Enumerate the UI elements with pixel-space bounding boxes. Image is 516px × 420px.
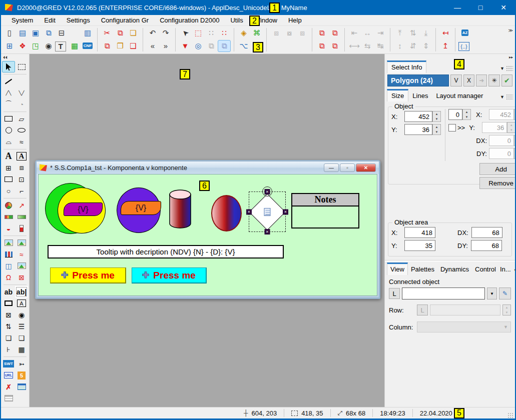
add-button[interactable]: Add [479, 163, 516, 175]
polyline-tool[interactable]: ╱╲ [2, 87, 15, 98]
wave-tool[interactable]: ≈ [15, 136, 28, 148]
picture-restore-button[interactable]: ▫ [340, 164, 355, 172]
next-button[interactable]: » [159, 40, 172, 52]
v-spacing-button[interactable]: ⇵ [406, 40, 419, 52]
resize-handle-left[interactable]: ✕ [246, 209, 252, 214]
url-tool[interactable]: URL [2, 370, 15, 381]
apply-arrow-button[interactable]: ➜ [476, 74, 487, 86]
picture-minimize-button[interactable]: — [324, 164, 339, 172]
vertex-button[interactable]: V [450, 74, 461, 86]
bar-chart-tool[interactable] [2, 248, 15, 260]
line-tool[interactable] [2, 76, 15, 87]
bring-front-button[interactable]: ⧉ [315, 27, 328, 39]
confirm-button[interactable]: ✔ [501, 74, 512, 86]
regroup-button[interactable]: ⧈ [296, 27, 309, 39]
tab-lines[interactable]: Lines [408, 90, 432, 102]
print-button[interactable]: ⊟ [55, 27, 68, 39]
resize-handle-right[interactable]: ✕ [283, 209, 288, 214]
text-tool[interactable]: A [2, 150, 15, 162]
blob-tool[interactable]: ⌓ [2, 136, 15, 148]
panel-skip-icon[interactable]: ▸▸ [509, 55, 513, 60]
cylinder-shape[interactable] [169, 188, 192, 230]
move-grid-button[interactable]: ⬚ [192, 27, 205, 39]
bring-forward-button[interactable]: ⧉ [315, 40, 328, 52]
step-spinner[interactable]: ▲▼ [462, 109, 471, 120]
menu-help[interactable]: Help [283, 16, 307, 25]
paste-special-button[interactable]: ❑ [127, 40, 140, 52]
chevron-down-icon[interactable]: ▼ [512, 268, 516, 275]
tab-control[interactable]: Control [472, 264, 499, 275]
picture-close-button[interactable]: ✕ [356, 164, 376, 172]
minimize-button[interactable]: — [446, 0, 469, 15]
grid-select-button[interactable]: ∷ [218, 27, 231, 39]
open-file-button[interactable]: ▤ [16, 27, 29, 39]
remove-button[interactable]: Remove [479, 177, 516, 189]
picture-tool[interactable] [15, 260, 28, 272]
xy-window-tool[interactable]: ❏ [15, 332, 28, 344]
list-control-tool[interactable]: ☰ [15, 320, 28, 332]
picture-window[interactable]: * S.S.Comp1a_tst - Komponenta v komponen… [35, 160, 380, 299]
layout-grid-button[interactable]: ◳ [29, 40, 42, 52]
tab-view[interactable]: View [387, 262, 408, 275]
color-palette-button[interactable]: ❖ [16, 40, 29, 52]
selected-object-marquee[interactable]: ✕ ✕ ✕ ✕ [249, 192, 286, 232]
text-button-tool[interactable]: A [15, 298, 28, 309]
entry-field-tool[interactable]: ab| [15, 286, 28, 298]
prev-button[interactable]: « [146, 40, 159, 52]
rotate-button[interactable]: ↥ [439, 40, 452, 52]
ellipse-tool[interactable] [15, 124, 28, 136]
drawing-canvas[interactable]: 7 * S.S.Comp1a_tst - Komponenta v kompon… [30, 54, 384, 407]
y-spinner[interactable]: ▲▼ [432, 124, 441, 135]
layers-button[interactable]: ⧉ [205, 40, 218, 52]
close-button[interactable]: ✕ [492, 0, 515, 15]
redo-button[interactable]: ↷ [159, 27, 172, 39]
cut-button[interactable]: ✂ [101, 27, 114, 39]
tab-dynamics[interactable]: Dynamics [437, 264, 472, 275]
palette-collapse-icon[interactable]: ⏴⏴ [1, 54, 29, 61]
menu-settings[interactable]: Settings [61, 16, 96, 25]
xy-chart-tool[interactable]: ≈ [15, 248, 28, 260]
boxed-text-tool[interactable]: A [15, 150, 28, 162]
resize-handle-top[interactable]: ✕ [265, 189, 270, 194]
drag-grip[interactable] [506, 66, 513, 72]
button-tool[interactable] [2, 298, 15, 309]
cnf-button[interactable]: CNF [81, 40, 94, 52]
image-a-tool[interactable] [2, 237, 15, 248]
spin-control-tool[interactable]: ⇅ [2, 320, 15, 332]
table-tool[interactable]: ⊞ [2, 162, 15, 174]
star-button[interactable]: ✳ [488, 74, 499, 86]
thermometer-tool[interactable] [15, 222, 28, 234]
circle2-tool[interactable]: ○ [2, 185, 15, 196]
notes-table[interactable]: Notes [291, 193, 359, 228]
toolbar-collapse-icon[interactable]: ≫ [508, 28, 513, 33]
h-fit-button[interactable]: ↹ [374, 40, 387, 52]
area-dx-input[interactable] [471, 227, 502, 238]
image-tool-button[interactable]: ▦ [68, 40, 81, 52]
flip-h-button[interactable]: ↤ [439, 27, 452, 39]
picture-content[interactable]: 6 {V} {V} [38, 174, 377, 296]
paste-button[interactable]: ❏ [127, 27, 140, 39]
select-area-tool[interactable] [15, 61, 28, 72]
save-all-button[interactable]: ⧉ [42, 27, 55, 39]
switch-tool[interactable]: ⊠ [15, 272, 28, 283]
area-dy-input[interactable] [471, 240, 502, 251]
same-height-button[interactable]: ↕ [393, 40, 406, 52]
datagrid-tool[interactable]: ▦ [15, 344, 28, 355]
undo-button[interactable]: ↶ [146, 27, 159, 39]
link-checkbox[interactable] [448, 124, 456, 132]
align-left-button[interactable]: ⇤ [348, 27, 361, 39]
az-sort-button[interactable]: AZ [458, 27, 471, 39]
columns-tool[interactable]: ◫ [2, 260, 15, 272]
corner-tool[interactable]: ⌐ [15, 185, 28, 196]
double-rect-tool[interactable]: ⊡ [15, 174, 28, 185]
send-back-button[interactable]: ⧉ [328, 27, 341, 39]
picture-window-titlebar[interactable]: * S.S.Comp1a_tst - Komponenta v komponen… [37, 162, 379, 174]
selected-object-name[interactable]: Polygon (24) [387, 74, 449, 86]
pointer-tool[interactable] [2, 61, 15, 72]
send-backward-button[interactable]: ⧉ [328, 40, 341, 52]
list-view-tool[interactable] [2, 392, 15, 404]
align-right-button[interactable]: ⇥ [374, 27, 387, 39]
radio-tool[interactable]: ◉ [15, 309, 28, 320]
align-middle-button[interactable]: ⇅ [406, 27, 419, 39]
circle-tool[interactable] [2, 124, 15, 136]
